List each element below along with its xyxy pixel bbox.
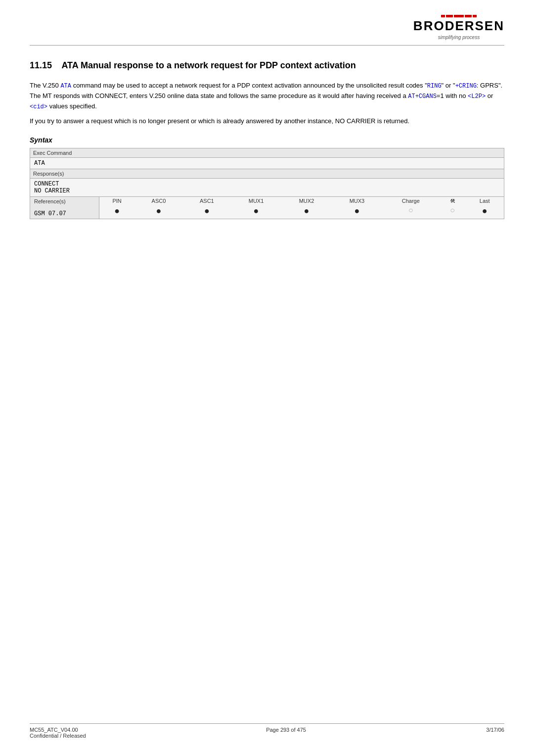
exec-command-content-row: ATA — [30, 158, 504, 169]
asc0-dot: ● — [156, 206, 162, 216]
cid-code: <cid> — [30, 103, 47, 110]
mux2-dot: ● — [304, 206, 310, 216]
footer-center: Page 293 of 475 — [266, 727, 306, 739]
command-table: Exec Command ATA Response(s) CONNECT NO … — [30, 148, 504, 219]
mux2-indicator: ● — [281, 205, 332, 217]
footer-right: 3/17/06 — [486, 727, 504, 739]
logo-bar-5 — [473, 15, 477, 17]
reference-label: Reference(s) GSM 07.07 — [30, 197, 99, 219]
ata-link: ATA — [60, 83, 71, 90]
charge-dot: ○ — [408, 206, 413, 214]
mux1-header: MUX1 — [231, 197, 281, 205]
footer-date: 3/17/06 — [486, 727, 504, 733]
logo-bars — [413, 15, 504, 17]
last-dot: ● — [482, 206, 488, 216]
logo-area: BRODERSEN simplifying process — [413, 15, 504, 40]
asc0-indicator: ● — [134, 205, 182, 217]
mux1-indicator: ● — [231, 205, 281, 217]
pin-indicator: ● — [99, 205, 134, 217]
pin-header: PIN — [99, 197, 134, 205]
exec-command-value: ATA — [30, 158, 504, 169]
asc1-header: ASC1 — [183, 197, 231, 205]
page-container: BRODERSEN simplifying process 11.15 ATA … — [0, 0, 534, 756]
footer-confidential: Confidential / Released — [30, 733, 86, 739]
l2p-code: <L2P> — [468, 93, 486, 100]
footer-doc-id: MC55_ATC_V04.00 — [30, 727, 86, 733]
section-title: 11.15 ATA Manual response to a network r… — [30, 60, 504, 71]
logo-bar-3 — [454, 15, 464, 17]
charge-indicator: ○ — [382, 205, 440, 217]
syntax-label: Syntax — [30, 136, 504, 144]
misc-indicator: ○ — [440, 205, 466, 217]
connect-response: CONNECT — [34, 181, 59, 188]
footer: MC55_ATC_V04.00 Confidential / Released … — [30, 723, 504, 739]
asc0-header: ASC0 — [134, 197, 182, 205]
asc1-dot: ● — [204, 206, 210, 216]
mux3-indicator: ● — [332, 205, 382, 217]
mux1-dot: ● — [254, 206, 259, 216]
responses-content-row: CONNECT NO CARRIER — [30, 179, 504, 197]
last-header: Last — [466, 197, 504, 205]
indicators-cell: PIN ASC0 ASC1 MUX1 MUX2 MUX3 Charge 🛠 La… — [99, 197, 504, 219]
footer-page: Page 293 of 475 — [266, 727, 306, 733]
mux3-header: MUX3 — [332, 197, 382, 205]
body-paragraph-2: If you try to answer a request which is … — [30, 116, 504, 127]
footer-left: MC55_ATC_V04.00 Confidential / Released — [30, 727, 86, 739]
responses-header-row: Response(s) — [30, 169, 504, 179]
responses-label: Response(s) — [30, 169, 504, 179]
body-paragraph-1: The V.250 ATA command may be used to acc… — [30, 81, 504, 112]
references-label-text: Reference(s) — [34, 198, 66, 204]
misc-dot: ○ — [450, 206, 455, 214]
cring-code: +CRING — [455, 83, 477, 90]
header: BRODERSEN simplifying process — [30, 15, 504, 40]
section-number: 11.15 — [30, 60, 52, 70]
last-indicator: ● — [466, 205, 504, 217]
reference-value: GSM 07.07 — [34, 210, 66, 217]
no-carrier-response: NO CARRIER — [34, 188, 70, 194]
misc-header: 🛠 — [440, 197, 466, 205]
ring-code: RING — [427, 83, 442, 90]
indicator-header-row: PIN ASC0 ASC1 MUX1 MUX2 MUX3 Charge 🛠 La… — [99, 197, 504, 205]
section-heading: ATA Manual response to a network request… — [61, 60, 356, 70]
logo-text: BRODERSEN — [413, 18, 504, 34]
logo-bar-2 — [446, 15, 453, 17]
asc1-indicator: ● — [183, 205, 231, 217]
logo-tagline: simplifying process — [413, 35, 504, 40]
logo-bar-1 — [441, 15, 445, 17]
reference-row: Reference(s) GSM 07.07 PIN ASC0 ASC1 MUX… — [30, 197, 504, 219]
responses-value: CONNECT NO CARRIER — [30, 179, 504, 197]
pin-dot: ● — [114, 206, 120, 216]
indicator-values-row: ● ● ● ● ● ● ○ ○ ● — [99, 205, 504, 217]
mux3-dot: ● — [354, 206, 359, 216]
exec-command-header-row: Exec Command — [30, 148, 504, 158]
mux2-header: MUX2 — [281, 197, 332, 205]
indicator-table: PIN ASC0 ASC1 MUX1 MUX2 MUX3 Charge 🛠 La… — [99, 197, 504, 217]
logo-bar-4 — [465, 15, 472, 17]
header-divider — [30, 45, 504, 46]
charge-header: Charge — [382, 197, 440, 205]
exec-command-label: Exec Command — [30, 148, 504, 158]
atcgans-code: AT+CGANS — [408, 93, 437, 100]
